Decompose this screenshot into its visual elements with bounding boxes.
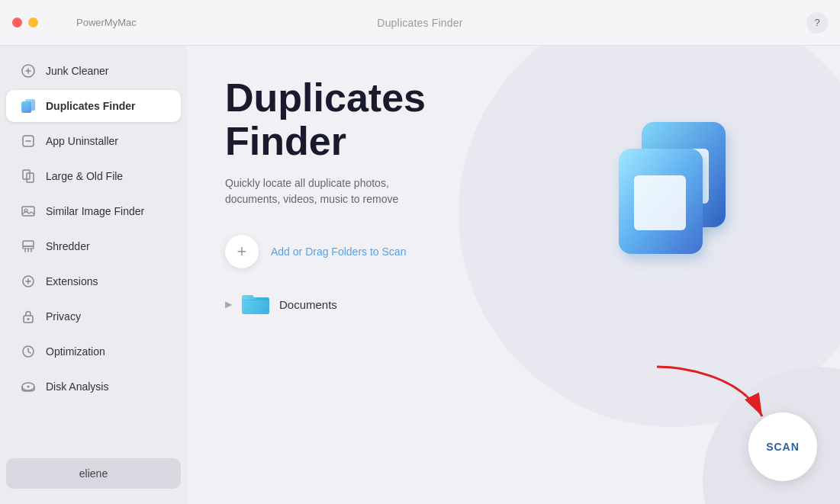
sidebar-item-junk-cleaner[interactable]: Junk Cleaner (6, 55, 181, 87)
sidebar-user[interactable]: eliene (6, 458, 181, 489)
chevron-right-icon: ▶ (225, 299, 232, 310)
sidebar-item-large-old-file[interactable]: Large & Old File (6, 160, 181, 192)
sidebar-item-label: Large & Old File (46, 170, 123, 182)
sidebar-item-optimization[interactable]: Optimization (6, 335, 181, 368)
svg-rect-20 (634, 175, 686, 230)
sidebar-item-label: Optimization (46, 345, 105, 358)
disk-analysis-icon (20, 378, 37, 395)
svg-rect-16 (242, 300, 269, 314)
svg-point-14 (27, 386, 30, 388)
help-icon: ? (814, 17, 819, 28)
scan-label: SCAN (766, 441, 800, 453)
sidebar-item-label: Disk Analysis (46, 380, 108, 393)
sidebar-item-duplicates-finder[interactable]: Duplicates Finder (6, 90, 181, 122)
page-title: Duplicates Finder (225, 76, 469, 163)
folder-icon (241, 290, 270, 319)
plus-icon: + (237, 243, 247, 260)
app-uninstaller-icon (20, 133, 37, 149)
add-folder-label: Add or Drag Folders to Scan (271, 246, 406, 258)
sidebar-item-label: Junk Cleaner (46, 65, 109, 77)
help-button[interactable]: ? (806, 12, 828, 34)
sidebar-item-privacy[interactable]: Privacy (6, 300, 181, 332)
sidebar-item-disk-analysis[interactable]: Disk Analysis (6, 371, 181, 403)
folder-name-label: Documents (279, 298, 337, 311)
sidebar: Junk Cleaner (0, 46, 187, 504)
sidebar-item-extensions[interactable]: Extensions (6, 265, 181, 297)
sidebar-item-shredder[interactable]: Shredder (6, 230, 181, 262)
svg-point-11 (27, 318, 30, 320)
junk-cleaner-icon (20, 63, 37, 79)
sidebar-item-label: Extensions (46, 275, 98, 287)
app-name-label: PowerMyMac (76, 17, 137, 28)
large-old-file-icon (20, 168, 37, 185)
sidebar-item-label: Privacy (46, 310, 81, 323)
scan-button[interactable]: SCAN (748, 413, 817, 481)
optimization-icon (20, 343, 37, 360)
documents-folder-item[interactable]: ▶ (225, 287, 802, 322)
sidebar-item-label: Similar Image Finder (46, 205, 144, 217)
duplicates-finder-icon (20, 98, 37, 114)
page-subtitle: Quickly locate all duplicate photos, doc… (225, 175, 439, 207)
app-layout: Junk Cleaner (0, 46, 840, 504)
add-folder-circle-icon: + (225, 235, 259, 268)
sidebar-item-label: Duplicates Finder (46, 100, 135, 112)
privacy-icon (20, 308, 37, 325)
sidebar-item-label: Shredder (46, 240, 90, 252)
minimize-button[interactable] (28, 18, 38, 27)
add-folder-button[interactable]: + Add or Drag Folders to Scan (225, 235, 406, 268)
page-header-title: Duplicates Finder (377, 17, 462, 29)
scan-button-wrap: SCAN (748, 413, 817, 481)
main-content-area: Duplicates Finder Quickly locate all dup… (187, 46, 840, 504)
sidebar-item-similar-image-finder[interactable]: Similar Image Finder (6, 195, 181, 227)
duplicates-illustration (596, 107, 748, 278)
traffic-lights (12, 18, 38, 27)
svg-rect-2 (25, 99, 35, 111)
shredder-icon (20, 238, 37, 255)
similar-image-finder-icon (20, 203, 37, 220)
sidebar-item-app-uninstaller[interactable]: App Uninstaller (6, 125, 181, 157)
titlebar: PowerMyMac Duplicates Finder ? (0, 0, 840, 46)
svg-rect-6 (22, 207, 34, 216)
close-button[interactable] (12, 18, 22, 27)
svg-rect-8 (23, 241, 34, 246)
sidebar-item-label: App Uninstaller (46, 135, 118, 147)
extensions-icon (20, 273, 37, 290)
